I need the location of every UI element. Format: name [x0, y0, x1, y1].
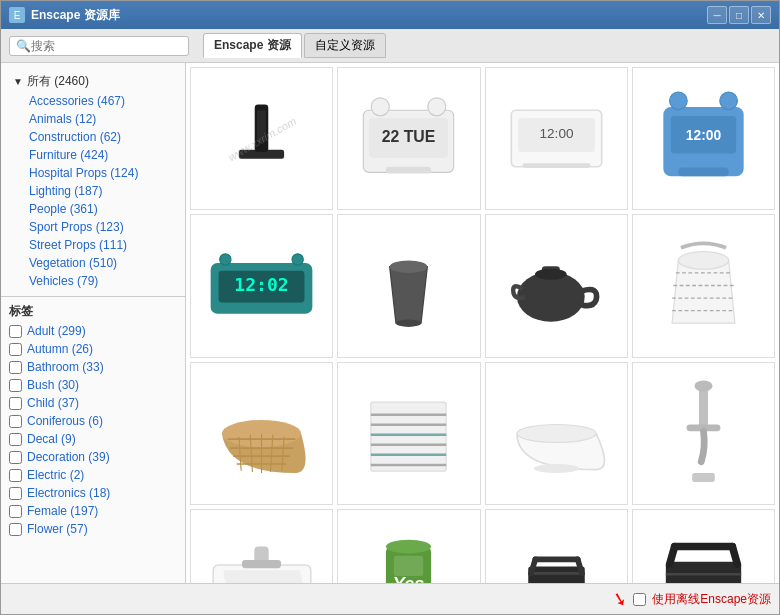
tab-custom-resources[interactable]: 自定义资源	[304, 33, 386, 58]
tag-adult-checkbox[interactable]	[9, 325, 22, 338]
tree-item-people[interactable]: People (361)	[9, 200, 177, 218]
grid-item-cup[interactable]	[337, 214, 480, 357]
app-icon: E	[9, 7, 25, 23]
grid-item-clip-small[interactable]	[485, 509, 628, 583]
title-bar: E Enscape 资源库 ─ □ ✕	[1, 1, 779, 29]
svg-point-24	[390, 261, 428, 274]
grid-item-alarm-clock[interactable]: 22 TUE	[337, 67, 480, 210]
svg-point-32	[517, 424, 596, 442]
grid-item-sink[interactable]	[190, 509, 333, 583]
tree-item-street[interactable]: Street Props (111)	[9, 236, 177, 254]
tag-decoration-checkbox[interactable]	[9, 451, 22, 464]
grid-item-bowl[interactable]	[485, 362, 628, 505]
grid-item-bucket[interactable]	[632, 214, 775, 357]
svg-point-23	[292, 254, 303, 265]
grid-item-towels[interactable]	[337, 362, 480, 505]
grid-item-faucet[interactable]	[632, 362, 775, 505]
search-wrap: 🔍	[9, 36, 189, 56]
svg-rect-46	[394, 556, 423, 576]
title-bar-left: E Enscape 资源库	[9, 7, 120, 24]
svg-point-37	[694, 380, 712, 391]
svg-point-22	[220, 254, 231, 265]
search-bar: 🔍 Enscape 资源 自定义资源	[1, 29, 779, 63]
svg-text:12:00: 12:00	[539, 127, 573, 142]
grid-item-desk-clock[interactable]: 12:00	[485, 67, 628, 210]
svg-rect-18	[678, 168, 728, 177]
tag-child-checkbox[interactable]	[9, 397, 22, 410]
tag-bathroom[interactable]: Bathroom (33)	[1, 358, 185, 376]
tags-section-label: 标签	[1, 299, 185, 322]
main-area: ▼ 所有 (2460) Accessories (467) Animals (1…	[1, 63, 779, 583]
main-window: E Enscape 资源库 ─ □ ✕ 🔍 Enscape 资源 自定义资源 ▼	[0, 0, 780, 615]
svg-point-28	[535, 269, 567, 280]
tab-enscape-resources[interactable]: Enscape 资源	[203, 33, 302, 58]
tag-female-checkbox[interactable]	[9, 505, 22, 518]
svg-rect-31	[371, 402, 446, 471]
tree-item-animals[interactable]: Animals (12)	[9, 110, 177, 128]
tag-electric-checkbox[interactable]	[9, 469, 22, 482]
grid-item-can[interactable]: Yes	[337, 509, 480, 583]
svg-rect-2	[257, 110, 266, 142]
tree-item-vehicles[interactable]: Vehicles (79)	[9, 272, 177, 290]
svg-point-6	[372, 98, 390, 116]
arrow-indicator-icon: ➘	[610, 586, 630, 611]
tree-item-vegetation[interactable]: Vegetation (510)	[9, 254, 177, 272]
tag-child[interactable]: Child (37)	[1, 394, 185, 412]
svg-point-43	[386, 540, 431, 554]
tag-adult[interactable]: Adult (299)	[1, 322, 185, 340]
grid-item-blue-clock[interactable]: 12:00	[632, 67, 775, 210]
tag-flower[interactable]: Flower (57)	[1, 520, 185, 538]
tag-female[interactable]: Female (197)	[1, 502, 185, 520]
grid-item-teapot[interactable]	[485, 214, 628, 357]
tag-autumn-checkbox[interactable]	[9, 343, 22, 356]
maximize-button[interactable]: □	[729, 6, 749, 24]
grid-item-clip-large[interactable]	[632, 509, 775, 583]
bottom-bar: ➘ 使用离线Enscape资源	[1, 583, 779, 614]
svg-rect-36	[692, 473, 715, 482]
window-controls: ─ □ ✕	[707, 6, 771, 24]
tag-bush-checkbox[interactable]	[9, 379, 22, 392]
product-grid: www.xxrim.com 22 TUE	[190, 67, 775, 583]
grid-item-led-clock[interactable]: 12:02	[190, 214, 333, 357]
offline-checkbox[interactable]	[633, 593, 646, 606]
tag-bush[interactable]: Bush (30)	[1, 376, 185, 394]
svg-point-7	[428, 98, 446, 116]
tag-autumn[interactable]: Autumn (26)	[1, 340, 185, 358]
tag-decoration[interactable]: Decoration (39)	[1, 448, 185, 466]
grid-item-phone-stand[interactable]: www.xxrim.com	[190, 67, 333, 210]
tree-section: ▼ 所有 (2460) Accessories (467) Animals (1…	[1, 67, 185, 294]
tag-flower-checkbox[interactable]	[9, 523, 22, 536]
tree-item-accessories[interactable]: Accessories (467)	[9, 92, 177, 110]
tree-item-hospital[interactable]: Hospital Props (124)	[9, 164, 177, 182]
tree-root-label: 所有 (2460)	[27, 73, 89, 90]
divider	[1, 296, 185, 297]
tree-item-sport[interactable]: Sport Props (123)	[9, 218, 177, 236]
grid-item-basket[interactable]	[190, 362, 333, 505]
svg-rect-41	[242, 560, 281, 568]
tag-coniferous[interactable]: Coniferous (6)	[1, 412, 185, 430]
minimize-button[interactable]: ─	[707, 6, 727, 24]
svg-rect-8	[386, 167, 431, 174]
search-input[interactable]	[31, 39, 181, 53]
tree-root[interactable]: ▼ 所有 (2460)	[9, 71, 177, 92]
tree-item-furniture[interactable]: Furniture (424)	[9, 146, 177, 164]
tag-decal-checkbox[interactable]	[9, 433, 22, 446]
svg-rect-12	[522, 163, 590, 168]
svg-point-17	[720, 92, 738, 110]
tag-decal[interactable]: Decal (9)	[1, 430, 185, 448]
tree-arrow-icon: ▼	[13, 76, 23, 87]
tree-item-construction[interactable]: Construction (62)	[9, 128, 177, 146]
tag-electronics-checkbox[interactable]	[9, 487, 22, 500]
svg-point-16	[669, 92, 687, 110]
window-title: Enscape 资源库	[31, 7, 120, 24]
svg-rect-34	[699, 388, 708, 428]
offline-label: 使用离线Enscape资源	[652, 591, 771, 608]
svg-point-33	[534, 464, 579, 473]
tree-item-lighting[interactable]: Lighting (187)	[9, 182, 177, 200]
tag-bathroom-checkbox[interactable]	[9, 361, 22, 374]
tag-electronics[interactable]: Electronics (18)	[1, 484, 185, 502]
tag-electric[interactable]: Electric (2)	[1, 466, 185, 484]
tag-coniferous-checkbox[interactable]	[9, 415, 22, 428]
close-button[interactable]: ✕	[751, 6, 771, 24]
search-icon: 🔍	[16, 39, 31, 53]
